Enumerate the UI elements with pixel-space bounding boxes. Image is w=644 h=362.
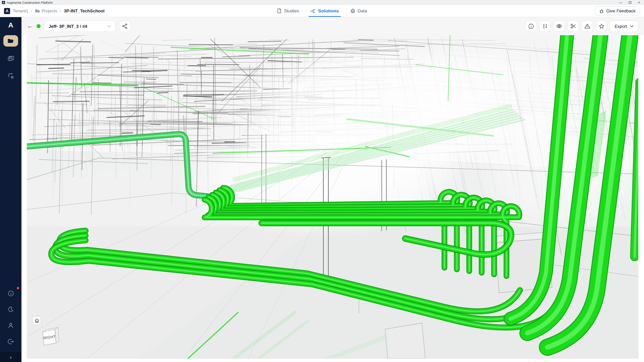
warning-triangle-icon xyxy=(584,23,590,29)
chevron-down-icon xyxy=(107,25,111,27)
solution-status-dot xyxy=(37,24,41,28)
sidebar-item-profile[interactable] xyxy=(3,320,18,331)
visibility-button[interactable] xyxy=(553,20,565,32)
view-cube[interactable]: RIGHT xyxy=(39,326,62,350)
breadcrumb-tenant[interactable]: Tenant1 xyxy=(13,8,28,13)
star-icon xyxy=(599,23,604,29)
window-title: Augmenta Construction Platform xyxy=(7,1,53,4)
viewport-3d: RIGHT xyxy=(27,35,638,359)
folder-icon xyxy=(35,9,40,13)
sidebar-logo: A xyxy=(8,21,13,29)
document-icon xyxy=(277,8,281,13)
solution-name: Jeff- 3P_INT_3 / #4 xyxy=(49,24,87,29)
folder-open-icon xyxy=(7,38,14,44)
close-button[interactable]: × xyxy=(638,1,640,4)
export-button[interactable]: Export xyxy=(610,20,638,32)
os-titlebar: A Augmenta Construction Platform — × xyxy=(0,0,644,5)
notification-badge xyxy=(17,287,19,289)
favorite-button[interactable] xyxy=(596,20,607,32)
home-view-button[interactable] xyxy=(32,316,41,325)
viewer-toolbar: ← Jeff- 3P_INT_3 / #4 xyxy=(21,17,644,35)
sidebar-item-modules[interactable] xyxy=(3,53,18,64)
tab-studies[interactable]: Studies xyxy=(276,5,300,17)
restore-button[interactable] xyxy=(629,1,631,4)
breadcrumb-projects[interactable]: Projects xyxy=(35,8,57,13)
app-header: A Tenant1 / Projects / 3P-INT_TechSchool… xyxy=(0,5,644,17)
chevron-right-icon: › xyxy=(10,354,12,360)
app-logo-icon: A xyxy=(2,1,5,4)
breadcrumb-separator: / xyxy=(60,8,61,13)
compare-button[interactable] xyxy=(539,20,551,32)
tab-solutions[interactable]: Solutions xyxy=(310,5,340,17)
section-cut-button[interactable] xyxy=(568,20,579,32)
solution-select[interactable]: Jeff- 3P_INT_3 / #4 xyxy=(44,20,115,32)
modules-grid-icon xyxy=(8,56,14,61)
sidebar-item-logout[interactable] xyxy=(3,336,18,347)
minimize-button[interactable]: — xyxy=(619,1,622,4)
breadcrumb: A Tenant1 / Projects / 3P-INT_TechSchool xyxy=(4,8,105,14)
solution-route-icon xyxy=(311,9,316,13)
sidebar-item-theme[interactable] xyxy=(3,304,18,315)
back-arrow-icon: ← xyxy=(27,23,33,29)
share-button[interactable] xyxy=(119,20,130,32)
sidebar-item-projects[interactable] xyxy=(3,35,18,47)
info-icon xyxy=(528,23,534,29)
give-feedback-button[interactable]: Give Feedback xyxy=(595,6,640,15)
tab-data[interactable]: Data xyxy=(350,5,368,17)
home-icon xyxy=(35,318,39,323)
scissors-icon xyxy=(571,23,576,29)
eye-icon xyxy=(556,24,562,28)
bug-icon xyxy=(599,8,604,13)
data-hive-icon xyxy=(350,8,355,13)
breadcrumb-separator: / xyxy=(31,8,32,13)
main-tabs: Studies Solutions Data xyxy=(276,5,368,17)
user-icon xyxy=(8,322,14,328)
moon-icon xyxy=(8,306,14,312)
sidebar-item-whats-new[interactable] xyxy=(3,288,18,299)
workflow-arrow-icon xyxy=(8,73,14,79)
breadcrumb-project[interactable]: 3P-INT_TechSchool xyxy=(64,8,104,13)
tenant-logo-icon[interactable]: A xyxy=(4,8,10,14)
3d-viewport-canvas[interactable] xyxy=(27,35,638,359)
share-icon xyxy=(122,23,127,29)
left-sidebar: A › xyxy=(0,17,21,362)
logout-icon xyxy=(8,339,14,345)
compare-arrows-icon xyxy=(542,23,548,29)
issues-button[interactable] xyxy=(582,20,593,32)
info-button[interactable] xyxy=(525,20,537,32)
info-circle-icon xyxy=(8,290,14,297)
sidebar-item-workflows[interactable] xyxy=(3,70,18,81)
back-button[interactable]: ← xyxy=(27,23,33,29)
chevron-down-icon xyxy=(630,25,634,27)
sidebar-expand-button[interactable]: › xyxy=(0,352,21,362)
